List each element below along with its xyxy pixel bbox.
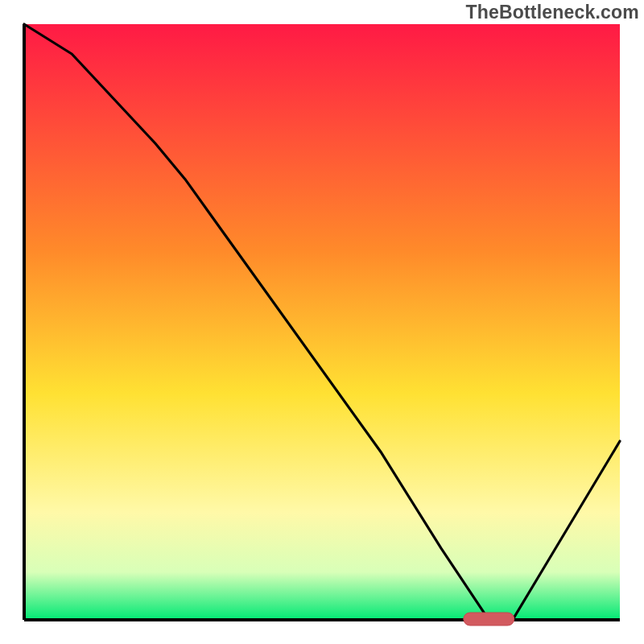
optimal-marker: [464, 613, 514, 625]
bottleneck-chart: TheBottleneck.com: [0, 0, 644, 644]
plot-svg: [0, 0, 644, 644]
plot-background: [24, 24, 620, 620]
watermark-text: TheBottleneck.com: [465, 2, 639, 23]
